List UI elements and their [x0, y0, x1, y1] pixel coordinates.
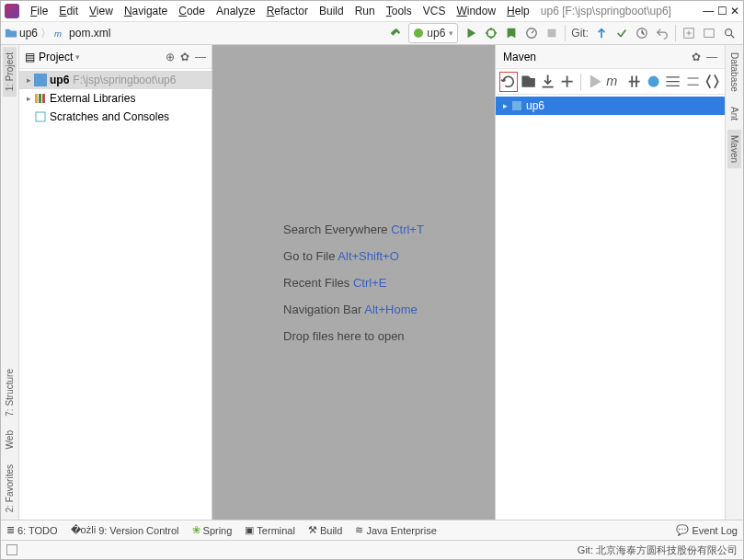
project-tree[interactable]: ▸ up6 F:\jsp\springboot\up6 ▸ External L… [19, 69, 212, 520]
tab-event-log[interactable]: 💬Event Log [676, 524, 738, 536]
project-title[interactable]: Project [39, 51, 73, 63]
maximize-button[interactable]: ☐ [717, 5, 727, 17]
git-commit-icon[interactable] [612, 23, 632, 43]
close-button[interactable]: ✕ [730, 5, 739, 17]
profile-button[interactable] [521, 23, 542, 43]
git-history-icon[interactable] [632, 23, 652, 43]
scratches-icon [34, 110, 47, 123]
status-indicator-icon[interactable] [6, 544, 17, 555]
hide-icon[interactable]: — [706, 51, 717, 63]
menu-bar: File Edit View Navigate Code Analyze Ref… [1, 1, 743, 21]
hide-icon[interactable]: — [195, 51, 206, 63]
tab-build[interactable]: ⚒Build [308, 524, 342, 536]
run-maven-icon[interactable] [586, 72, 603, 92]
add-icon[interactable] [558, 72, 576, 92]
bottom-tabs: ≣6: TODO �ożli9: Version Control ❀Spring… [1, 520, 743, 540]
project-tool-window: ▤ Project ▾ ⊕ ✿ — ▸ up6 F:\jsp\springboo… [19, 45, 212, 520]
breadcrumb-file[interactable]: pom.xml [69, 27, 110, 40]
menu-build[interactable]: Build [314, 3, 349, 19]
app-icon [5, 4, 19, 18]
maven-module-icon [510, 99, 523, 112]
run-config-selector[interactable]: up6 ▾ [408, 23, 458, 43]
tab-java-ee[interactable]: ≋Java Enterprise [355, 524, 436, 536]
show-deps-icon[interactable] [664, 72, 681, 92]
menu-navigate[interactable]: Navigate [119, 3, 173, 19]
refresh-icon[interactable] [499, 72, 518, 92]
chevron-right-icon[interactable]: ▸ [23, 75, 34, 85]
tab-version-control[interactable]: �ożli9: Version Control [71, 524, 179, 536]
chevron-right-icon[interactable]: ▸ [23, 94, 34, 103]
folder-icon: ▤ [25, 51, 35, 63]
left-gutter: 1: Project 7: Structure Web 2: Favorites [1, 45, 19, 520]
menu-code[interactable]: Code [173, 3, 211, 19]
ide-update-icon[interactable] [679, 23, 699, 43]
stop-button[interactable] [542, 23, 562, 43]
tab-web[interactable]: Web [3, 425, 17, 454]
maven-toolbar: m [496, 69, 725, 95]
breadcrumb[interactable]: up6 〉 m pom.xml [5, 26, 110, 41]
search-everywhere-icon[interactable] [719, 23, 739, 43]
svg-rect-10 [35, 94, 38, 103]
menu-help[interactable]: Help [501, 3, 535, 19]
build-hammer-icon[interactable] [385, 23, 406, 43]
menu-window[interactable]: Window [451, 3, 501, 19]
tree-scratches[interactable]: Scratches and Consoles [19, 108, 212, 126]
tree-external-libs[interactable]: ▸ External Libraries [19, 89, 212, 108]
git-revert-icon[interactable] [652, 23, 672, 43]
module-icon [34, 74, 47, 86]
git-update-icon[interactable] [591, 23, 612, 43]
maven-settings-icon[interactable] [704, 72, 721, 92]
menu-analyze[interactable]: Analyze [211, 3, 261, 19]
tab-favorites[interactable]: 2: Favorites [3, 459, 17, 518]
ide-settings-icon[interactable] [699, 23, 719, 43]
tab-todo[interactable]: ≣6: TODO [6, 524, 58, 536]
navigation-bar: up6 〉 m pom.xml up6 ▾ Git: [1, 21, 743, 45]
svg-rect-7 [704, 29, 715, 38]
chevron-down-icon: ▾ [449, 29, 453, 38]
main-area: 1: Project 7: Structure Web 2: Favorites… [1, 45, 743, 520]
execute-goal-icon[interactable]: m [605, 72, 623, 92]
tab-terminal[interactable]: ▣Terminal [245, 524, 295, 536]
collapse-all-icon[interactable] [684, 72, 702, 92]
gear-icon[interactable]: ✿ [180, 51, 189, 63]
editor-area[interactable]: Search Everywhere Ctrl+T Go to File Alt+… [212, 45, 495, 520]
maven-tool-window: Maven ✿ — m [495, 45, 725, 520]
svg-rect-4 [548, 29, 556, 38]
breadcrumb-root[interactable]: up6 [19, 27, 38, 40]
debug-button[interactable] [481, 23, 501, 43]
maven-root-node[interactable]: ▸ up6 [496, 97, 725, 115]
toggle-offline-icon[interactable] [625, 72, 643, 92]
download-icon[interactable] [539, 72, 556, 92]
generate-sources-icon[interactable] [520, 72, 537, 92]
library-icon [34, 92, 47, 105]
menu-run[interactable]: Run [349, 3, 381, 19]
coverage-button[interactable] [501, 23, 521, 43]
tab-structure[interactable]: 7: Structure [3, 363, 17, 422]
menu-view[interactable]: View [84, 3, 119, 19]
tab-project[interactable]: 1: Project [3, 47, 17, 97]
maven-file-icon: m [54, 27, 67, 40]
chevron-down-icon[interactable]: ▾ [75, 52, 80, 62]
run-button[interactable] [461, 23, 481, 43]
toggle-skip-tests-icon[interactable] [645, 72, 662, 92]
git-label: Git: [571, 27, 589, 40]
menu-file[interactable]: File [25, 3, 53, 19]
chevron-right-icon[interactable]: ▸ [499, 101, 510, 110]
window-title-path: up6 [F:\jsp\springboot\up6] [541, 5, 671, 17]
tab-spring[interactable]: ❀Spring [192, 524, 233, 536]
folder-icon [5, 27, 17, 40]
gear-icon[interactable]: ✿ [692, 51, 701, 63]
minimize-button[interactable]: — [703, 5, 714, 17]
tab-database[interactable]: Database [727, 47, 741, 97]
menu-vcs[interactable]: VCS [418, 3, 452, 19]
spring-leaf-icon [413, 28, 424, 39]
menu-refactor[interactable]: Refactor [261, 3, 314, 19]
collapse-icon[interactable]: ⊕ [166, 51, 175, 63]
maven-tree[interactable]: ▸ up6 [496, 95, 725, 520]
menu-edit[interactable]: Edit [53, 3, 84, 19]
tab-maven[interactable]: Maven [727, 130, 741, 168]
menu-tools[interactable]: Tools [381, 3, 418, 19]
tree-root[interactable]: ▸ up6 F:\jsp\springboot\up6 [19, 71, 212, 89]
tab-ant[interactable]: Ant [727, 101, 741, 126]
git-branch-status[interactable]: Git: 北京海泰方圆科技股份有限公司 [578, 543, 738, 557]
